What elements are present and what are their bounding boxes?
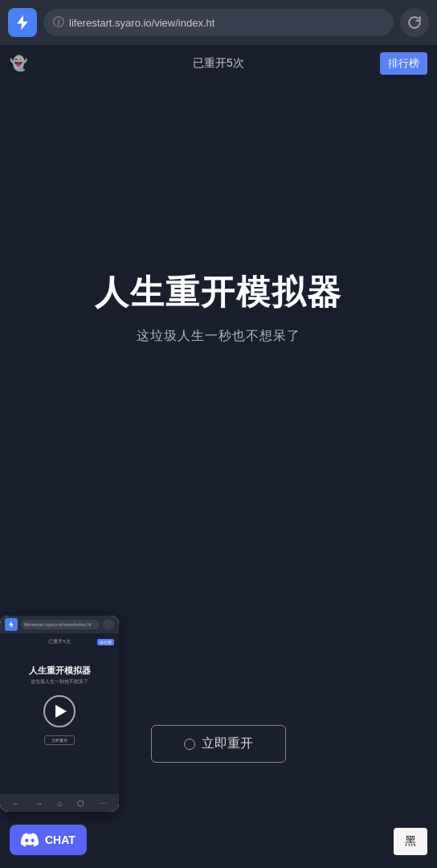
preview-restart-label: 立即重开 bbox=[51, 738, 67, 743]
restart-button[interactable]: 立即重开 bbox=[151, 725, 286, 763]
url-text: liferestart.syaro.io/view/index.ht bbox=[69, 17, 214, 29]
preview-title: 人生重开模拟器 bbox=[29, 665, 91, 677]
play-triangle-icon bbox=[55, 705, 67, 718]
preview-forward-icon[interactable]: → bbox=[35, 799, 43, 808]
ghost-icon: 👻 bbox=[10, 55, 27, 72]
address-bar[interactable]: ⓘ liferestart.syaro.io/view/index.ht bbox=[43, 9, 394, 36]
discord-icon bbox=[21, 831, 39, 849]
black-button[interactable]: 黑 bbox=[394, 828, 427, 855]
restart-circle-icon bbox=[184, 739, 195, 750]
preview-bolt-icon bbox=[5, 618, 18, 631]
preview-reload-icon bbox=[103, 619, 114, 630]
preview-nav-bar: ← → ⌂ ⬡ ⋯ bbox=[0, 794, 119, 812]
leaderboard-button[interactable]: 排行榜 bbox=[380, 52, 427, 75]
discord-chat-label: CHAT bbox=[45, 833, 76, 846]
restart-counter: 已重开5次 bbox=[193, 56, 244, 71]
bolt-icon bbox=[14, 14, 31, 31]
preview-address-bar: liferestart.syaro.io/view/index.ht bbox=[21, 620, 100, 629]
preview-tabs-icon[interactable]: ⬡ bbox=[77, 799, 84, 808]
preview-more-icon[interactable]: ⋯ bbox=[99, 799, 107, 808]
restart-button-label: 立即重开 bbox=[202, 735, 253, 752]
discord-chat-button[interactable]: CHAT bbox=[10, 825, 87, 855]
preview-back-icon[interactable]: ← bbox=[12, 799, 20, 808]
app-header: 👻 已重开5次 排行榜 bbox=[0, 45, 437, 82]
preview-url-text: liferestart.syaro.io/view/index.ht bbox=[24, 622, 92, 627]
preview-browser-bar: liferestart.syaro.io/view/index.ht bbox=[0, 616, 119, 633]
main-tagline: 这垃圾人生一秒也不想呆了 bbox=[137, 328, 300, 345]
preview-restart-button[interactable]: 立即重开 bbox=[44, 735, 75, 745]
preview-leaderboard-badge: 排行榜 bbox=[97, 639, 114, 645]
info-icon: ⓘ bbox=[53, 15, 64, 30]
main-title: 人生重开模拟器 bbox=[95, 270, 342, 315]
preview-thumbnail[interactable]: liferestart.syaro.io/view/index.ht 已重开5次… bbox=[0, 616, 119, 812]
preview-home-icon[interactable]: ⌂ bbox=[57, 799, 62, 808]
preview-counter: 已重开5次 bbox=[48, 638, 70, 645]
preview-header-row: 已重开5次 排行榜 bbox=[5, 638, 114, 645]
preview-content: 已重开5次 排行榜 人生重开模拟器 这垃圾人生一秒也不想呆了 立即重开 bbox=[0, 633, 119, 794]
main-content: 人生重开模拟器 这垃圾人生一秒也不想呆了 bbox=[0, 82, 437, 532]
browser-bar: ⓘ liferestart.syaro.io/view/index.ht bbox=[0, 0, 437, 45]
reload-icon bbox=[407, 15, 422, 30]
preview-tagline: 这垃圾人生一秒也不想呆了 bbox=[31, 678, 88, 686]
browser-app-icon bbox=[8, 8, 37, 37]
preview-play-button[interactable] bbox=[43, 695, 76, 727]
reload-button[interactable] bbox=[400, 8, 429, 37]
